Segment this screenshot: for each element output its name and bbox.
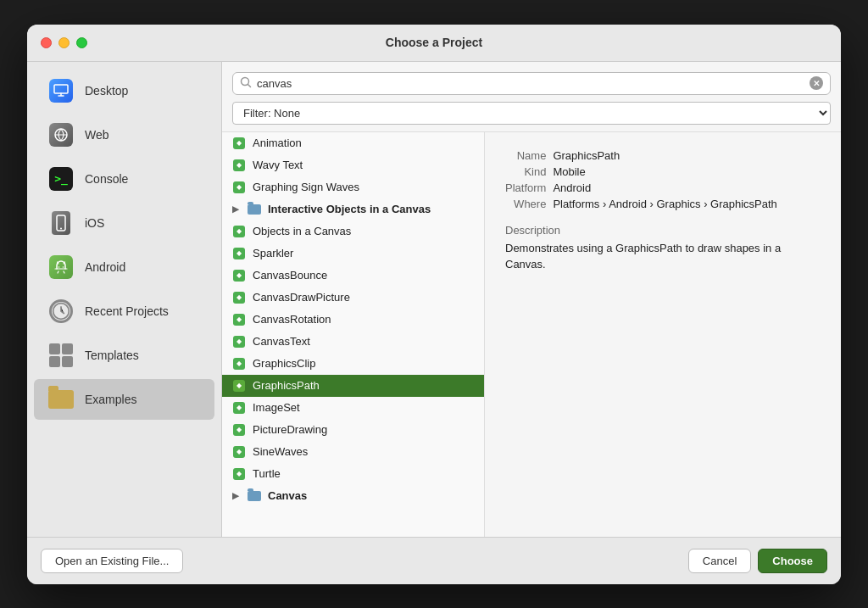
detail-name-label: Name [505,149,546,162]
list-item-sine-waves[interactable]: ◆ SineWaves [222,441,484,463]
android-icon [47,254,75,281]
list-item-graphing-sign-waves[interactable]: ◆ Graphing Sign Waves [222,176,484,198]
action-buttons: Cancel Choose [688,549,827,573]
file-icon: ◆ [232,313,246,326]
list-item-objects-canvas[interactable]: ◆ Objects in a Canvas [222,220,484,243]
chevron-right-icon: ▶ [232,204,239,214]
choose-button[interactable]: Choose [758,549,827,573]
file-icon: ◆ [232,467,246,481]
search-bar: ✕ [232,72,831,95]
detail-kind-label: Kind [505,165,546,178]
file-icon: ◆ [232,445,246,459]
desktop-icon [47,77,75,104]
file-icon-selected: ◆ [232,379,246,393]
sidebar-item-examples[interactable]: Examples [34,379,214,420]
detail-description-label: Description [505,224,821,237]
file-icon: ◆ [232,269,246,282]
list-item-picture-drawing[interactable]: ◆ PictureDrawing [222,419,484,441]
main-window: Choose a Project Desktop [27,25,841,584]
sidebar-label-recent-projects: Recent Projects [85,304,169,318]
list-item-interactive-objects[interactable]: ▶ Interactive Objects in a Canvas [222,198,484,220]
sidebar-label-android: Android [85,260,125,274]
file-icon: ◆ [232,291,246,304]
templates-icon [47,342,75,369]
top-bar: ✕ Filter: None [222,62,841,132]
file-icon: ◆ [232,137,246,150]
sidebar-item-templates[interactable]: Templates [34,335,214,376]
list-item-animation[interactable]: ◆ Animation [222,132,484,154]
clock-icon [47,298,75,325]
detail-grid: Name GraphicsPath Kind Mobile Platform A… [505,149,821,210]
title-bar: Choose a Project [27,25,841,62]
folder-icon [248,203,261,216]
list-item-canvas-folder[interactable]: ▶ Canvas [222,485,484,507]
detail-description-text: Demonstrates using a GraphicsPath to dra… [505,240,821,273]
list-item-wavy-text[interactable]: ◆ Wavy Text [222,154,484,176]
filter-bar: Filter: None [232,102,831,125]
detail-name-value: GraphicsPath [553,149,821,162]
list-panel: ◆ Animation ◆ Wavy Text ◆ Graphing Sign … [222,132,485,537]
file-icon: ◆ [232,357,246,371]
examples-folder-icon [47,386,75,413]
svg-point-3 [60,227,62,229]
detail-kind-value: Mobile [553,165,821,178]
sidebar-label-desktop: Desktop [85,84,128,98]
file-icon: ◆ [232,423,246,437]
sidebar-item-web[interactable]: Web [34,114,214,155]
file-icon: ◆ [232,335,246,349]
open-existing-button[interactable]: Open an Existing File... [41,549,183,573]
filter-select[interactable]: Filter: None [232,102,831,125]
detail-where-value: Platforms › Android › Graphics › Graphic… [553,198,821,210]
file-icon: ◆ [232,225,246,238]
sidebar-label-templates: Templates [85,349,139,362]
sidebar-label-examples: Examples [85,393,136,406]
sidebar-label-console: Console [85,172,128,186]
sidebar-item-console[interactable]: >_ Console [34,159,214,199]
search-input[interactable] [257,77,804,90]
cancel-button[interactable]: Cancel [688,549,751,573]
main-area: ✕ Filter: None ◆ Animation ◆ [222,62,841,537]
detail-panel: Name GraphicsPath Kind Mobile Platform A… [485,132,841,537]
console-icon: >_ [47,165,75,192]
sidebar-item-android[interactable]: Android [34,247,214,287]
minimize-button[interactable] [58,37,70,48]
list-item-sparkler[interactable]: ◆ Sparkler [222,243,484,265]
traffic-lights [41,37,87,48]
sidebar-item-desktop[interactable]: Desktop [34,70,214,111]
list-item-canvas-bounce[interactable]: ◆ CanvasBounce [222,265,484,287]
sidebar-item-ios[interactable]: iOS [34,203,214,243]
svg-point-4 [58,266,60,268]
window-title: Choose a Project [386,36,482,49]
file-icon: ◆ [232,181,246,194]
list-item-canvas-text[interactable]: ◆ CanvasText [222,331,484,353]
list-item-canvas-rotation[interactable]: ◆ CanvasRotation [222,309,484,331]
svg-rect-0 [54,85,68,93]
list-item-turtle[interactable]: ◆ Turtle [222,463,484,485]
close-button[interactable] [41,37,52,48]
list-item-image-set[interactable]: ◆ ImageSet [222,397,484,419]
middle-area: ◆ Animation ◆ Wavy Text ◆ Graphing Sign … [222,132,841,537]
detail-platform-value: Android [553,181,821,194]
detail-platform-label: Platform [505,181,546,194]
chevron-right-icon: ▶ [232,491,239,500]
list-item-graphics-path[interactable]: ◆ GraphicsPath [222,375,484,397]
sidebar-label-ios: iOS [85,216,104,230]
fullscreen-button[interactable] [76,37,87,48]
detail-where-label: Where [505,198,546,210]
svg-point-5 [63,266,64,268]
list-item-canvas-draw-picture[interactable]: ◆ CanvasDrawPicture [222,287,484,309]
search-clear-button[interactable]: ✕ [810,76,823,90]
list-item-graphics-clip[interactable]: ◆ GraphicsClip [222,353,484,375]
folder-icon [248,489,261,503]
search-icon [240,76,252,91]
bottom-bar: Open an Existing File... Cancel Choose [27,537,841,584]
sidebar-item-recent-projects[interactable]: Recent Projects [34,291,214,332]
file-icon: ◆ [232,401,246,415]
sidebar: Desktop Web >_ Con [27,62,222,537]
web-icon [47,121,75,148]
sidebar-label-web: Web [85,128,109,142]
file-icon: ◆ [232,159,246,172]
content-area: Desktop Web >_ Con [27,62,841,537]
ios-icon [47,209,75,237]
file-icon: ◆ [232,247,246,260]
